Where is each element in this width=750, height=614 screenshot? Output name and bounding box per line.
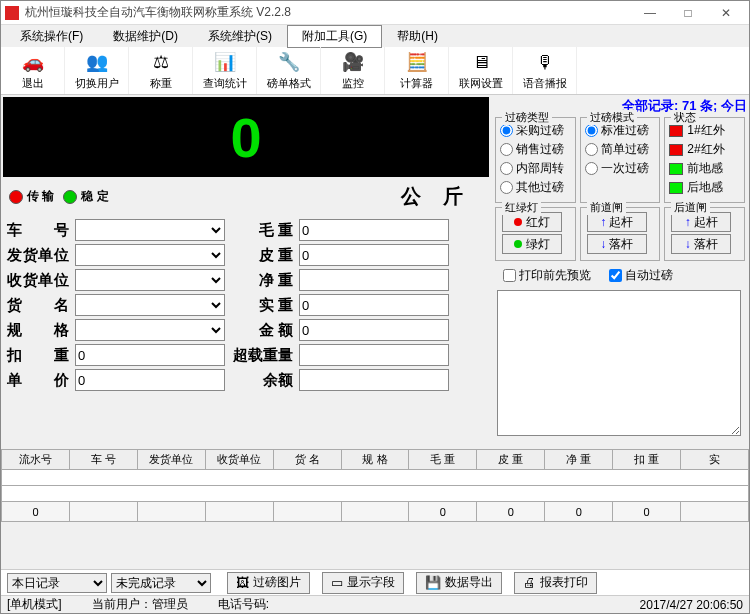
toolbar-btn-4[interactable]: 🔧磅单格式 [257,47,321,94]
menubar: 系统操作(F)数据维护(D)系统维护(S)附加工具(G)帮助(H) [1,25,749,47]
status-square-icon [669,163,683,175]
toolbar-icon: 🖥 [469,50,493,74]
toolbar-icon: ⚖ [149,50,173,74]
preview-checkbox[interactable]: 打印前先预览 [503,267,591,284]
col-header[interactable]: 货 名 [273,450,341,470]
field-1-select[interactable] [75,244,225,266]
toolbar-icon: 🧮 [405,50,429,74]
rfield-1-input[interactable] [299,244,449,266]
toolbar-icon: 👥 [85,50,109,74]
weigh-type-group: 过磅类型 采购过磅销售过磅内部周转其他过磅 [495,117,576,203]
menu-item-0[interactable]: 系统操作(F) [5,25,98,48]
menu-item-3[interactable]: 附加工具(G) [287,25,382,48]
rfield-6-input[interactable] [299,369,449,391]
toolbar-btn-8[interactable]: 🎙语音播报 [513,47,577,94]
status-square-icon [669,144,683,156]
field-3-select[interactable] [75,294,225,316]
menu-item-2[interactable]: 系统维护(S) [193,25,287,48]
back-btn-0[interactable]: ↑起杆 [671,212,731,232]
front-btn-0[interactable]: ↑起杆 [587,212,647,232]
window-title: 杭州恒璇科技全自动汽车衡物联网称重系统 V2.2.8 [25,4,631,21]
transfer-label: 传 输 [27,188,54,205]
rfield-5-input[interactable] [299,344,449,366]
toolbar-btn-6[interactable]: 🧮计算器 [385,47,449,94]
toolbar-btn-1[interactable]: 👥切换用户 [65,47,129,94]
col-header[interactable]: 流水号 [2,450,70,470]
col-header[interactable]: 规 格 [341,450,409,470]
status-square-icon [669,182,683,194]
status-group: 状态 1#红外2#红外前地感后地感 [664,117,745,203]
app-icon [5,6,19,20]
bottom-btn-2[interactable]: 💾数据导出 [416,572,502,594]
bottom-btn-icon: 💾 [425,575,441,590]
col-header[interactable]: 扣 重 [613,450,681,470]
col-header[interactable]: 发货单位 [137,450,205,470]
datetime-status: 2017/4/27 20:06:50 [640,598,743,612]
weight-value: 0 [230,105,261,170]
auto-checkbox[interactable]: 自动过磅 [609,267,673,284]
rfield-2-input[interactable] [299,269,449,291]
light-btn-0[interactable]: 红灯 [502,212,562,232]
unit-label: 公 斤 [401,183,471,210]
col-header[interactable]: 净 重 [545,450,613,470]
minimize-button[interactable]: — [631,2,669,24]
date-filter-select[interactable]: 本日记录 [7,573,107,593]
stable-led-icon [63,190,77,204]
type-opt-3[interactable]: 其他过磅 [500,179,571,196]
bottom-btn-3[interactable]: 🖨报表打印 [514,572,597,594]
front-btn-1[interactable]: ↓落杆 [587,234,647,254]
toolbar-btn-5[interactable]: 🎥监控 [321,47,385,94]
toolbar-icon: 🔧 [277,50,301,74]
close-button[interactable]: ✕ [707,2,745,24]
toolbar-icon: 📊 [213,50,237,74]
status-ind-2: 前地感 [669,160,740,177]
rfield-0-input[interactable] [299,219,449,241]
status-square-icon [669,125,683,137]
maximize-button[interactable]: □ [669,2,707,24]
bottom-btn-1[interactable]: ▭显示字段 [322,572,404,594]
light-btn-1[interactable]: 绿灯 [502,234,562,254]
status-filter-select[interactable]: 未完成记录 [111,573,211,593]
field-4-select[interactable] [75,319,225,341]
toolbar-icon: 🚗 [21,50,45,74]
status-ind-1: 2#红外 [669,141,740,158]
back-gate-group: 后道闸 ↑起杆↓落杆 [664,207,745,261]
back-btn-1[interactable]: ↓落杆 [671,234,731,254]
mode-opt-1[interactable]: 简单过磅 [585,141,656,158]
toolbar-icon: 🎙 [533,50,557,74]
field-5-input[interactable] [75,344,225,366]
front-gate-group: 前道闸 ↑起杆↓落杆 [580,207,661,261]
type-opt-2[interactable]: 内部周转 [500,160,571,177]
field-0-select[interactable] [75,219,225,241]
toolbar: 🚗退出👥切换用户⚖称重📊查询统计🔧磅单格式🎥监控🧮计算器🖥联网设置🎙语音播报 [1,47,749,95]
weight-display: 0 [3,97,489,177]
phone-status: 电话号码: [218,596,269,613]
stable-label: 稳 定 [81,188,108,205]
menu-item-4[interactable]: 帮助(H) [382,25,453,48]
rfield-4-input[interactable] [299,319,449,341]
bottom-btn-icon: 🖼 [236,575,249,590]
type-opt-1[interactable]: 销售过磅 [500,141,571,158]
toolbar-btn-3[interactable]: 📊查询统计 [193,47,257,94]
col-header[interactable]: 收货单位 [205,450,273,470]
mode-status: [单机模式] [7,596,62,613]
menu-item-1[interactable]: 数据维护(D) [98,25,193,48]
field-6-input[interactable] [75,369,225,391]
notes-textarea[interactable] [497,290,741,436]
user-status: 当前用户：管理员 [92,596,188,613]
bottom-btn-icon: ▭ [331,575,343,590]
col-header[interactable]: 毛 重 [409,450,477,470]
mode-opt-2[interactable]: 一次过磅 [585,160,656,177]
status-ind-3: 后地感 [669,179,740,196]
weigh-mode-group: 过磅模式 标准过磅简单过磅一次过磅 [580,117,661,203]
records-table[interactable]: 流水号车 号发货单位收货单位货 名规 格毛 重皮 重净 重扣 重实 00000 [1,449,749,522]
bottom-btn-0[interactable]: 🖼过磅图片 [227,572,310,594]
col-header[interactable]: 车 号 [69,450,137,470]
col-header[interactable]: 皮 重 [477,450,545,470]
col-header[interactable]: 实 [681,450,749,470]
toolbar-btn-2[interactable]: ⚖称重 [129,47,193,94]
rfield-3-input[interactable] [299,294,449,316]
toolbar-btn-7[interactable]: 🖥联网设置 [449,47,513,94]
toolbar-btn-0[interactable]: 🚗退出 [1,47,65,94]
field-2-select[interactable] [75,269,225,291]
